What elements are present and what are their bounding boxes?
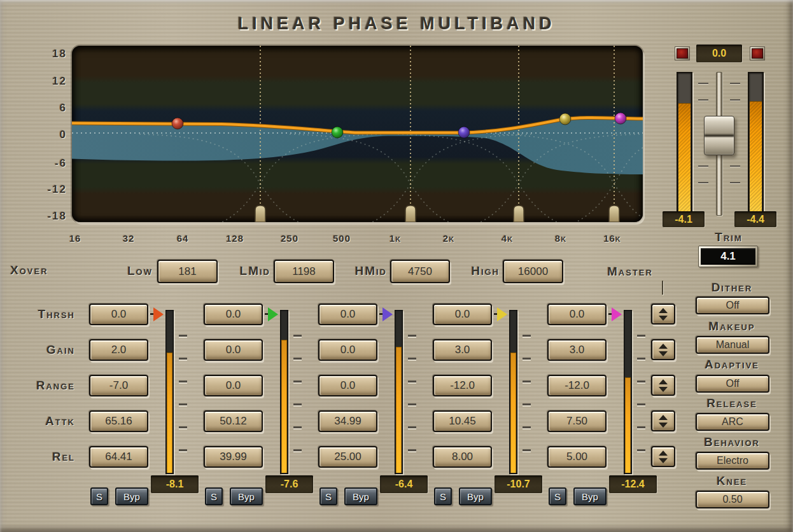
band3-rel[interactable]: 25.00 xyxy=(318,446,377,468)
band1-bypass-button[interactable]: Byp xyxy=(115,487,148,505)
y-tick: 6 xyxy=(35,102,67,115)
meter-tick xyxy=(293,381,302,382)
adaptive-select[interactable]: Off xyxy=(696,375,769,393)
crossover-handles[interactable] xyxy=(255,206,619,222)
band3-meter xyxy=(395,310,403,474)
band4-solo-button[interactable]: S xyxy=(434,487,452,505)
band2-solo-button[interactable]: S xyxy=(205,487,223,505)
band5-bypass-button[interactable]: Byp xyxy=(573,487,607,505)
band3-threshold-arrow[interactable] xyxy=(382,307,393,321)
fader-tick xyxy=(730,83,740,84)
band2-bypass-button[interactable]: Byp xyxy=(230,487,263,505)
fader-tick xyxy=(730,182,740,183)
meter-fill xyxy=(678,103,691,212)
band2-range[interactable]: 0.0 xyxy=(204,375,263,396)
clip-led-right[interactable] xyxy=(750,46,765,60)
meter-tick xyxy=(637,426,645,428)
meter-tick xyxy=(637,449,645,451)
trim-label: Trim xyxy=(697,230,761,244)
band2-thrsh[interactable]: 0.0 xyxy=(204,304,263,325)
band3-attk[interactable]: 34.99 xyxy=(318,410,377,432)
band3-bypass-button[interactable]: Byp xyxy=(344,487,377,505)
knee-select[interactable]: 0.50 xyxy=(696,491,769,508)
up-arrow-icon xyxy=(659,308,668,313)
meter-tick xyxy=(637,381,645,382)
makeup-select[interactable]: Manual xyxy=(696,336,769,354)
band1-node[interactable] xyxy=(172,118,183,129)
meter-readout-left: -4.1 xyxy=(663,211,705,227)
band1-threshold-arrow[interactable] xyxy=(153,307,164,321)
behavior-label: Behavior xyxy=(687,435,776,449)
band2-node[interactable] xyxy=(332,127,343,138)
band1-attk[interactable]: 65.16 xyxy=(89,410,148,432)
band4-thrsh[interactable]: 0.0 xyxy=(433,304,492,325)
meter-fill xyxy=(510,353,516,473)
fader-tick xyxy=(698,182,708,183)
band5-gain[interactable]: 3.0 xyxy=(547,339,607,361)
band2-gain[interactable]: 0.0 xyxy=(204,339,263,361)
meter-tick xyxy=(293,449,302,451)
master-fader-knob[interactable] xyxy=(704,116,734,155)
down-arrow-icon xyxy=(659,423,668,428)
band5-range[interactable]: -12.0 xyxy=(547,375,607,396)
eq-dynamics-graph xyxy=(72,46,643,222)
xover-lmid-value[interactable]: 1198 xyxy=(274,260,334,283)
band3-node[interactable] xyxy=(458,127,470,138)
band4-range[interactable]: -12.0 xyxy=(433,375,492,396)
band1-solo-button[interactable]: S xyxy=(90,487,108,505)
band5-node[interactable] xyxy=(615,113,626,124)
band1-range[interactable]: -7.0 xyxy=(89,375,148,396)
release-select[interactable]: ARC xyxy=(696,413,769,431)
meter-fill xyxy=(396,347,402,473)
band1-thrsh[interactable]: 0.0 xyxy=(89,304,148,325)
meter-tick xyxy=(523,381,531,382)
up-arrow-icon xyxy=(659,451,668,456)
xover-high-value[interactable]: 16000 xyxy=(503,260,563,283)
y-tick: 0 xyxy=(35,129,67,141)
band5-solo-button[interactable]: S xyxy=(549,487,566,505)
dither-select[interactable]: Off xyxy=(696,297,769,314)
band4-threshold-arrow[interactable] xyxy=(497,307,507,321)
band4-meter xyxy=(509,310,517,474)
band5-rel[interactable]: 5.00 xyxy=(547,446,607,468)
xover-low-value[interactable]: 181 xyxy=(157,260,218,283)
master-thrsh-stepper[interactable] xyxy=(651,304,675,325)
band5-thrsh[interactable]: 0.0 xyxy=(547,304,607,325)
master-rel-stepper[interactable] xyxy=(651,446,675,467)
band4-bypass-button[interactable]: Byp xyxy=(459,487,492,505)
meter-tick xyxy=(179,381,187,382)
band5-threshold-arrow[interactable] xyxy=(612,307,622,321)
band3-solo-button[interactable]: S xyxy=(319,487,337,505)
meter-fill xyxy=(625,377,631,473)
band3-range[interactable]: 0.0 xyxy=(318,375,377,396)
xover-low-label: Low xyxy=(103,264,153,278)
trim-display[interactable]: 4.1 xyxy=(698,246,758,267)
master-gain-stepper[interactable] xyxy=(651,339,675,360)
band2-attk[interactable]: 50.12 xyxy=(204,410,263,432)
master-range-stepper[interactable] xyxy=(651,375,675,396)
band4-rel[interactable]: 8.00 xyxy=(433,446,492,468)
band4-gain[interactable]: 3.0 xyxy=(433,339,492,361)
xover-hmid-value[interactable]: 4750 xyxy=(390,260,450,283)
meter-tick xyxy=(293,358,302,360)
band1-rel[interactable]: 64.41 xyxy=(89,446,148,468)
band3-gain[interactable]: 0.0 xyxy=(318,339,377,361)
clip-led-left[interactable] xyxy=(675,46,690,60)
band3-thrsh[interactable]: 0.0 xyxy=(318,304,377,325)
band5-attk[interactable]: 7.50 xyxy=(547,410,607,432)
meter-tick xyxy=(637,358,645,360)
master-line xyxy=(662,281,663,295)
x-tick: 4k xyxy=(487,233,528,244)
xover-high-label: High xyxy=(452,264,500,278)
band2-threshold-arrow[interactable] xyxy=(268,307,278,321)
band4-attk[interactable]: 10.45 xyxy=(433,410,492,432)
band2-attenuation-readout: -7.6 xyxy=(265,475,313,493)
band1-gain[interactable]: 2.0 xyxy=(89,339,148,361)
meter-tick xyxy=(637,403,645,405)
behavior-select[interactable]: Electro xyxy=(696,452,769,470)
fader-tick xyxy=(698,165,708,167)
master-attk-stepper[interactable] xyxy=(651,410,675,431)
band2-rel[interactable]: 39.99 xyxy=(204,446,263,468)
band4-node[interactable] xyxy=(559,113,571,125)
clip-led-glass xyxy=(752,48,763,59)
